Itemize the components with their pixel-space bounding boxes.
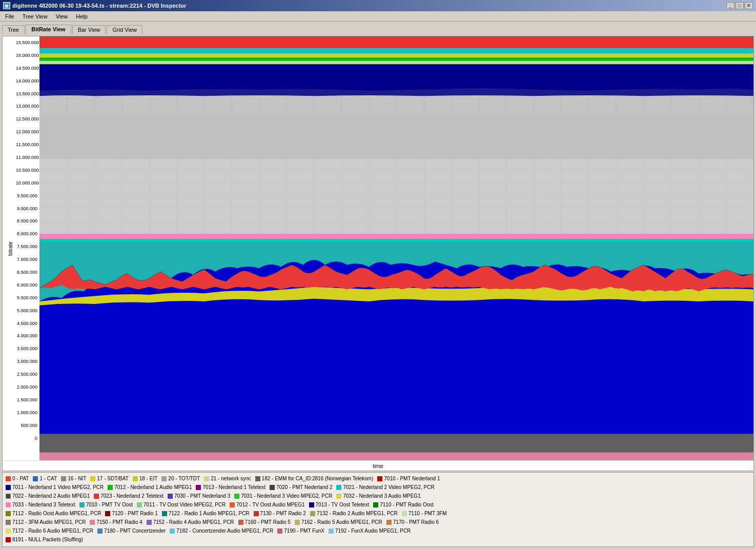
y-tick-16: 7.500.000 <box>16 245 37 249</box>
legend-color-pmt-radio6 <box>386 520 392 525</box>
tab-grid-view[interactable]: Grid View <box>107 25 142 34</box>
legend-label-null: 8191 - NULL Packets (Stuffing) <box>12 536 83 544</box>
y-tick-29: 1.000.000 <box>16 411 37 415</box>
legend-item-emm: 182 - EMM for CA_ID:2816 (Norwegian Tele… <box>255 475 374 483</box>
legend-item-ned3-teletext: 7033 - Nederland 3 Teletext <box>6 501 75 509</box>
chart-container: bitrate 15.500.000 15.000.000 14.500.000… <box>2 36 754 471</box>
legend-item-pmt-radio1: 7120 - PMT Radio 1 <box>105 510 157 518</box>
y-tick-26: 2.500.000 <box>16 372 37 377</box>
close-button[interactable]: ✕ <box>745 2 753 9</box>
legend-item-radio-oost-audio: 7112 - Radio Oost Audio MPEG1, PCR <box>6 510 101 518</box>
legend-row-4: 7112 - Radio Oost Audio MPEG1, PCR 7120 … <box>6 510 750 518</box>
legend-label-cat: 1 - CAT <box>39 475 57 483</box>
y-tick-18: 6.500.000 <box>16 270 37 275</box>
tab-bitrate-view[interactable]: BitRate View <box>26 25 71 34</box>
y-tick-12: 9.500.000 <box>16 194 37 198</box>
y-tick-28: 1.500.000 <box>16 398 37 402</box>
legend-label-pmt-radio5: 7160 - PMT Radio 5 <box>245 518 291 526</box>
svg-rect-66 <box>39 234 753 239</box>
legend-row-3: 7033 - Nederland 3 Teletext 7010 - PMT T… <box>6 501 750 509</box>
legend-label-funx-audio: 7192 - FunX Audio MPEG1, PCR <box>335 527 411 535</box>
legend-item-radio5-audio: 7162 - Radio 5 Audio MPEG1, PCR <box>295 518 382 526</box>
svg-rect-71 <box>39 452 753 460</box>
legend-item-funx-audio: 7192 - FunX Audio MPEG1, PCR <box>329 527 411 535</box>
legend-color-radio5-audio <box>295 520 300 525</box>
y-tick-10: 10.500.000 <box>16 168 37 173</box>
legend-label-ned3-video: 7031 - Nederland 3 Video MPEG2, PCR <box>241 492 332 500</box>
legend-item-pmt-concertzender: 7180 - PMT Concertzender <box>97 527 166 535</box>
legend-item-sdt: 17 - SDT/BAT <box>90 475 129 483</box>
legend-item-ned2-teletext: 7023 - Nederland 2 Teletext <box>94 492 164 500</box>
legend-item-concertzender-audio: 7182 - Concertzender Audio MPEG1, PCR <box>170 527 273 535</box>
menu-view[interactable]: View <box>53 13 71 20</box>
legend-item-radio1-audio: 7122 - Radio 1 Audio MPEG1, PCR <box>162 510 250 518</box>
legend-color-nit <box>61 476 66 481</box>
legend-item-ned2-video: 7021 - Nederland 2 Video MPEG2, PCR <box>336 483 434 492</box>
y-tick-27: 2.000.000 <box>16 385 37 390</box>
legend-item-pmt-radio2: 7130 - PMT Radio 2 <box>254 510 306 518</box>
legend-label-ned1-teletext: 7013 - Nederland 1 Teletext <box>202 483 265 492</box>
legend-item-pmt-ned1: 7010 - PMT Nederland 1 <box>377 475 440 483</box>
legend-item-ned2-audio: 7022 - Nederland 2 Audio MPEG1 <box>6 492 90 500</box>
maximize-button[interactable]: □ <box>735 2 744 9</box>
legend-color-pmt-funx <box>277 528 282 534</box>
legend-label-emm: 182 - EMM for CA_ID:2816 (Norwegian Tele… <box>262 475 374 483</box>
legend-color-tvoost-video <box>137 502 142 507</box>
legend-label-tvoost-video: 7011 - TV Oost Video MPEG2, PCR <box>144 501 226 509</box>
legend-color-pmt-radio-oost <box>373 502 378 507</box>
legend-color-ned1-video <box>6 485 11 490</box>
window-controls: _ □ ✕ <box>726 2 753 9</box>
legend-color-ned1-teletext <box>196 485 201 490</box>
tab-bar: Tree BitRate View Bar View Grid View <box>0 22 756 34</box>
svg-rect-62 <box>39 57 753 60</box>
legend-color-ned3-video <box>234 494 239 499</box>
legend-label-pmt-radio6: 7170 - PMT Radio 6 <box>393 518 439 526</box>
legend-item-pmt-radio4: 7150 - PMT Radio 4 <box>90 518 142 526</box>
chart-plot-area <box>39 36 753 460</box>
legend-label-pmt-radio4: 7150 - PMT Radio 4 <box>96 518 142 526</box>
legend-color-pmt-radio4 <box>90 520 95 525</box>
legend-label-tvoost-audio: 7012 - TV Oost Audio MPEG1 <box>236 501 304 509</box>
tab-tree[interactable]: Tree <box>2 25 25 34</box>
legend-color-tot <box>161 476 167 481</box>
legend-item-tvoost-audio: 7012 - TV Oost Audio MPEG1 <box>230 501 304 509</box>
y-tick-4: 13.500.000 <box>16 92 37 96</box>
legend-label-radio2-audio: 7132 - Radio 2 Audio MPEG1, PCR <box>317 510 398 518</box>
menu-help[interactable]: Help <box>73 13 91 20</box>
legend-label-pmt-concertzender: 7180 - PMT Concertzender <box>104 527 166 535</box>
legend-label-eit: 18 - EIT <box>139 475 158 483</box>
legend-item-tvoost-video: 7011 - TV Oost Video MPEG2, PCR <box>137 501 226 509</box>
svg-rect-64 <box>39 64 753 91</box>
menu-file[interactable]: File <box>2 13 17 20</box>
tab-bar-view[interactable]: Bar View <box>72 25 106 34</box>
legend-label-network-sync: 21 - network sync <box>211 475 251 483</box>
legend-row-1: 7011 - Nederland 1 Video MPEG2, PCR 7012… <box>6 483 750 492</box>
legend-label-pat: 0 - PAT <box>12 475 29 483</box>
legend-item-network-sync: 21 - network sync <box>204 475 251 483</box>
legend-row-7: 8191 - NULL Packets (Stuffing) <box>6 536 750 544</box>
legend-color-ned1-audio <box>108 485 113 490</box>
legend-item-ned1-teletext: 7013 - Nederland 1 Teletext <box>196 483 265 492</box>
legend-color-pmt-radio1 <box>105 511 110 516</box>
y-tick-8: 11.500.000 <box>16 143 37 147</box>
legend-item-tot: 20 - TOT/TDT <box>161 475 200 483</box>
svg-rect-63 <box>39 61 753 64</box>
legend-label-pmt-tvoost: 7010 - PMT TV Oost <box>86 501 133 509</box>
legend-label-pmt-ned1: 7010 - PMT Nederland 1 <box>384 475 440 483</box>
legend-label-pmt-ned3: 7030 - PMT Nederland 3 <box>174 492 230 500</box>
menu-tree-view[interactable]: Tree View <box>19 13 51 20</box>
y-tick-19: 6.000.000 <box>16 283 37 288</box>
y-tick-11: 10.000.000 <box>16 181 37 186</box>
y-tick-17: 7.000.000 <box>16 257 37 262</box>
legend-color-cat <box>33 476 38 481</box>
y-tick-9: 11.000.000 <box>16 155 37 160</box>
y-tick-15: 8.000.000 <box>16 232 37 236</box>
legend-label-ned1-audio: 7012 - Nederland 1 Audio MPEG1 <box>114 483 192 492</box>
legend-color-pmt-ned1 <box>377 476 382 481</box>
svg-rect-65 <box>39 116 753 248</box>
legend-item-cat: 1 - CAT <box>33 475 57 483</box>
minimize-button[interactable]: _ <box>726 2 734 9</box>
legend-label-tvoost-teletext: 7013 - TV Oost Teletext <box>316 501 370 509</box>
legend-item-ned1-audio: 7012 - Nederland 1 Audio MPEG1 <box>108 483 192 492</box>
x-axis-label: time <box>3 460 753 471</box>
